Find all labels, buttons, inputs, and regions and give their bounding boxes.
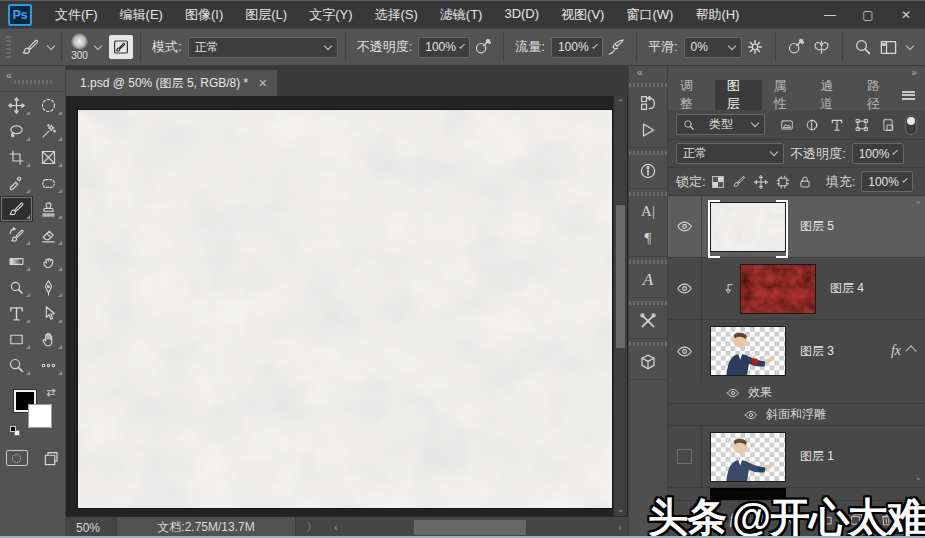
eyedropper-tool[interactable] <box>0 170 33 196</box>
layer-thumbnail[interactable] <box>710 326 786 376</box>
dock-grip[interactable] <box>629 260 667 264</box>
layers-scroll-down-icon[interactable]: ⌄ <box>914 472 922 482</box>
search-icon[interactable] <box>850 34 876 60</box>
lock-artboard-icon[interactable] <box>776 175 790 189</box>
hand-tool[interactable] <box>33 326 66 352</box>
lock-position-icon[interactable] <box>754 175 768 189</box>
lock-transparency-icon[interactable] <box>712 176 724 188</box>
expand-dock-icon[interactable]: « <box>637 67 643 78</box>
chevron-down-icon[interactable] <box>47 41 55 49</box>
visibility-toggle[interactable] <box>668 426 702 487</box>
close-button[interactable]: ✕ <box>887 1 925 28</box>
filter-smart-objects-icon[interactable] <box>878 115 897 135</box>
canvas-image[interactable] <box>78 110 612 508</box>
filter-pixel-layers-icon[interactable] <box>777 115 796 135</box>
layer-thumbnail[interactable] <box>710 432 786 482</box>
menu-edit[interactable]: 编辑(E) <box>109 6 174 24</box>
menu-type[interactable]: 文字(Y) <box>298 6 363 24</box>
layer-blend-mode-select[interactable]: 正常 <box>676 143 784 164</box>
vertical-scrollbar[interactable]: ⌃ ⌄ <box>613 96 627 516</box>
horizontal-scrollbar[interactable]: ‹ › <box>328 517 628 538</box>
maximize-button[interactable]: ▢ <box>849 1 887 28</box>
layers-scroll-up-icon[interactable]: ⌃ <box>914 200 922 210</box>
smoothing-gear-icon[interactable] <box>742 34 768 60</box>
visibility-toggle[interactable] <box>668 196 702 257</box>
options-grip[interactable] <box>6 36 11 58</box>
move-tool[interactable] <box>0 92 33 118</box>
layer-row-4[interactable]: 图层 4 <box>668 258 925 320</box>
horizontal-scroll-track[interactable] <box>344 517 612 538</box>
dock-grip[interactable] <box>629 342 667 346</box>
3d-panel-icon[interactable] <box>629 348 667 375</box>
filter-adjustment-layers-icon[interactable] <box>802 115 821 135</box>
lock-all-icon[interactable] <box>798 175 812 189</box>
layer-name[interactable]: 图层 5 <box>800 218 834 235</box>
dodge-tool[interactable] <box>0 274 33 300</box>
scroll-down-icon[interactable]: ⌄ <box>614 502 627 516</box>
scroll-left-icon[interactable]: ‹ <box>328 522 344 533</box>
lock-paint-icon[interactable] <box>732 175 746 189</box>
frame-tool[interactable] <box>33 144 66 170</box>
pressure-opacity-icon[interactable] <box>470 34 496 60</box>
close-tab-icon[interactable]: ✕ <box>258 77 267 90</box>
brush-preset-picker[interactable]: 300 <box>71 33 88 61</box>
smoothing-input[interactable]: 0% <box>684 37 742 58</box>
scroll-up-icon[interactable]: ⌃ <box>614 96 627 110</box>
marquee-tool[interactable] <box>33 92 66 118</box>
tab-adjustments[interactable]: 调整 <box>668 80 715 110</box>
eye-icon[interactable] <box>744 408 758 422</box>
info-panel-icon[interactable] <box>629 157 667 184</box>
tools-grip[interactable] <box>14 80 52 84</box>
menu-image[interactable]: 图像(I) <box>174 6 234 24</box>
history-brush-tool[interactable] <box>0 222 33 248</box>
glyphs-panel-icon[interactable]: A <box>629 266 667 293</box>
quick-mask-button[interactable] <box>6 450 28 466</box>
type-tool[interactable] <box>0 300 33 326</box>
shape-tool[interactable] <box>0 326 33 352</box>
zoom-level-field[interactable]: 50% <box>66 521 116 535</box>
brush-settings-panel-icon[interactable] <box>109 35 133 59</box>
menu-file[interactable]: 文件(F) <box>44 6 109 24</box>
bevel-emboss-row[interactable]: 斜面和浮雕 <box>668 404 925 426</box>
airbrush-icon[interactable] <box>603 34 629 60</box>
menu-view[interactable]: 视图(V) <box>550 6 615 24</box>
chevron-down-icon[interactable] <box>905 41 913 49</box>
dock-grip[interactable] <box>629 83 667 87</box>
layer-name[interactable]: 图层 3 <box>800 343 834 360</box>
flow-input[interactable]: 100% <box>551 37 603 58</box>
magic-wand-tool[interactable] <box>33 118 66 144</box>
scroll-right-icon[interactable]: › <box>612 522 628 533</box>
tab-channels[interactable]: 通道 <box>808 80 855 110</box>
lasso-tool[interactable] <box>0 118 33 144</box>
crop-tool[interactable] <box>0 144 33 170</box>
blend-mode-select[interactable]: 正常 <box>188 37 338 58</box>
paragraph-panel-icon[interactable]: ¶ <box>629 225 667 252</box>
pressure-size-icon[interactable] <box>783 34 809 60</box>
workspace-switcher-icon[interactable] <box>876 34 902 60</box>
tab-properties[interactable]: 属性 <box>762 80 809 110</box>
eraser-tool[interactable] <box>33 222 66 248</box>
chevron-down-icon[interactable] <box>94 41 102 49</box>
panel-menu-icon[interactable] <box>902 91 915 100</box>
tab-paths[interactable]: 路径 <box>855 80 902 110</box>
path-select-tool[interactable] <box>33 300 66 326</box>
menu-help[interactable]: 帮助(H) <box>684 6 750 24</box>
visibility-toggle[interactable] <box>668 320 702 382</box>
horizontal-scroll-thumb[interactable] <box>414 520 527 535</box>
default-colors-icon[interactable] <box>10 426 20 436</box>
brush-tool-selected[interactable] <box>0 196 33 222</box>
layer-row-5[interactable]: 图层 5 <box>668 196 925 258</box>
collapse-effects-icon[interactable] <box>905 345 916 356</box>
effects-row[interactable]: 效果 <box>668 382 925 404</box>
layer-row-3[interactable]: 图层 3 fx <box>668 320 925 382</box>
pen-tool[interactable] <box>33 274 66 300</box>
tab-layers[interactable]: 图层 <box>715 80 762 110</box>
layer-row-1[interactable]: 图层 1 <box>668 426 925 488</box>
background-color-swatch[interactable] <box>28 404 52 428</box>
clone-stamp-tool[interactable] <box>33 196 66 222</box>
zoom-tool[interactable] <box>0 352 33 378</box>
dock-grip[interactable] <box>629 151 667 155</box>
eye-icon[interactable] <box>726 386 740 400</box>
layer-name[interactable]: 图层 1 <box>800 448 834 465</box>
symmetry-butterfly-icon[interactable] <box>809 34 835 60</box>
